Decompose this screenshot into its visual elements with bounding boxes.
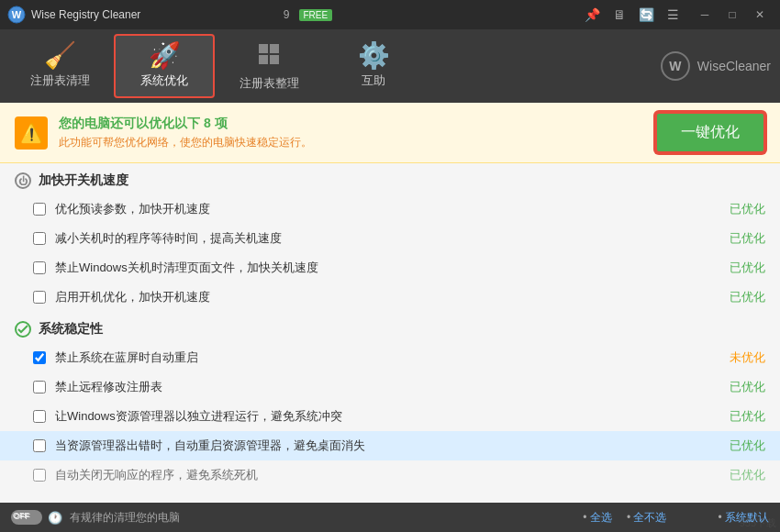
maximize-button[interactable]: □ [719,6,745,24]
logo-circle: W [661,51,690,81]
app-version: 9 [284,8,290,21]
nav-registry-defrag-label: 注册表整理 [240,75,299,92]
list-item: 禁止远程修改注册表 已优化 [0,372,780,402]
item-startup-4-status: 已优化 [730,289,765,305]
help-icon: ⚙️ [358,43,390,69]
app-badge: FREE [299,9,333,21]
schedule-text: 有规律的清理您的电脑 [70,510,180,526]
list-item: 减小关机时的程序等待时间，提高关机速度 已优化 [0,224,780,253]
wisecleaner-logo: W WiseCleaner [661,51,771,81]
titlebar-icons: 📌 🖥 🔄 ☰ [585,7,679,22]
item-stability-4-checkbox[interactable] [33,439,46,452]
window-controls: ─ □ ✕ [692,6,773,24]
watermark: 955下载 [736,515,780,532]
schedule-icon: 🕐 [48,511,62,525]
svg-text:W: W [12,9,22,20]
item-stability-3-checkbox[interactable] [33,410,46,423]
toggle-switch[interactable]: OFF [11,510,42,525]
info-title-prefix: 您的电脑还可以优化以下 [59,116,200,130]
info-title: 您的电脑还可以优化以下 8 项 [59,116,644,132]
svg-rect-2 [259,44,268,53]
main-content: ⚠️ 您的电脑还可以优化以下 8 项 此功能可帮您优化网络，使您的电脑快速稳定运… [0,103,780,503]
item-stability-5-status: 已优化 [730,467,765,483]
info-text: 您的电脑还可以优化以下 8 项 此功能可帮您优化网络，使您的电脑快速稳定运行。 [59,116,644,150]
warning-icon: ⚠️ [20,122,43,144]
info-subtitle: 此功能可帮您优化网络，使您的电脑快速稳定运行。 [59,135,644,150]
titlebar: W Wise Registry Cleaner 9 FREE 📌 🖥 🔄 ☰ ─… [0,0,780,29]
item-startup-1-checkbox[interactable] [33,203,46,216]
list-item: 自动关闭无响应的程序，避免系统死机 已优化 [0,460,780,490]
registry-defrag-icon [256,41,282,72]
bottom-bar: OFF 🕐 有规律的清理您的电脑 • 全选 • 全不选 • 系统默认 [0,503,780,532]
app-icon: W [7,6,26,24]
pin-icon[interactable]: 📌 [585,7,600,22]
item-stability-5-checkbox[interactable] [33,469,46,482]
nav-item-registry-defrag[interactable]: 注册表整理 [218,34,319,98]
section-startup-icon: ⏻ [15,172,31,189]
item-startup-4-text: 启用开机优化，加快开机速度 [55,289,715,305]
list-item: 禁止系统在蓝屏时自动重启 未优化 [0,343,780,372]
registry-clean-icon: 🧹 [44,43,76,69]
app-title: Wise Registry Cleaner [31,8,284,21]
list-item: 启用开机优化，加快开机速度 已优化 [0,283,780,312]
nav-item-help[interactable]: ⚙️ 互助 [323,34,424,98]
info-title-suffix: 项 [215,116,228,130]
info-icon-box: ⚠️ [15,116,48,150]
system-optimize-icon: 🚀 [149,43,181,69]
screen-icon[interactable]: 🖥 [613,7,626,22]
item-startup-2-text: 减小关机时的程序等待时间，提高关机速度 [55,230,715,247]
section-stability-title: 系统稳定性 [39,321,103,338]
item-startup-3-status: 已优化 [730,260,765,276]
item-stability-5-text: 自动关闭无响应的程序，避免系统死机 [55,467,715,483]
item-stability-1-text: 禁止系统在蓝屏时自动重启 [55,349,715,366]
list-item: 优化预读参数，加快开机速度 已优化 [0,194,780,224]
item-startup-4-checkbox[interactable] [33,291,46,304]
menu-icon[interactable]: ☰ [667,7,679,22]
item-startup-2-status: 已优化 [730,230,765,247]
toolbar: 🧹 注册表清理 🚀 系统优化 注册表整理 ⚙️ 互助 W WiseCleaner [0,29,780,103]
info-bar: ⚠️ 您的电脑还可以优化以下 8 项 此功能可帮您优化网络，使您的电脑快速稳定运… [0,103,780,163]
list-item: 禁止Windows关机时清理页面文件，加快关机速度 已优化 [0,253,780,283]
nav-help-label: 互助 [362,72,385,89]
logo-text: WiseCleaner [697,59,771,73]
svg-rect-3 [270,44,279,53]
item-stability-4-text: 当资源管理器出错时，自动重启资源管理器，避免桌面消失 [55,438,715,454]
section-stability-icon [15,321,31,338]
toggle-label: OFF [14,512,30,521]
item-stability-2-text: 禁止远程修改注册表 [55,379,715,395]
nav-item-registry-clean[interactable]: 🧹 注册表清理 [9,34,110,98]
item-stability-3-status: 已优化 [730,408,765,425]
item-startup-2-checkbox[interactable] [33,232,46,245]
close-button[interactable]: ✕ [747,6,773,24]
nav-system-optimize-label: 系统优化 [140,72,188,89]
nav-item-system-optimize[interactable]: 🚀 系统优化 [114,34,215,98]
item-stability-2-status: 已优化 [730,379,765,395]
section-stability-header: 系统稳定性 [0,312,780,343]
list-item: 当资源管理器出错时，自动重启资源管理器，避免桌面消失 已优化 [0,431,780,460]
item-stability-1-status: 未优化 [730,349,765,366]
one-click-optimize-button[interactable]: 一键优化 [655,112,765,153]
item-stability-1-checkbox[interactable] [33,351,46,364]
svg-rect-4 [259,55,268,64]
schedule-toggle: OFF [11,510,42,525]
item-startup-1-status: 已优化 [730,201,765,217]
optimize-count: 8 [204,116,211,130]
deselect-all-link[interactable]: 全不选 [633,511,666,524]
nav-registry-clean-label: 注册表清理 [30,72,90,89]
svg-rect-5 [270,55,279,64]
refresh-icon[interactable]: 🔄 [639,7,654,22]
item-startup-3-text: 禁止Windows关机时清理页面文件，加快关机速度 [55,260,715,276]
item-stability-4-status: 已优化 [730,438,765,454]
select-all-link[interactable]: 全选 [590,511,612,524]
section-startup-title: 加快开关机速度 [39,172,128,189]
item-stability-3-text: 让Windows资源管理器以独立进程运行，避免系统冲突 [55,408,715,425]
item-stability-2-checkbox[interactable] [33,381,46,393]
item-startup-3-checkbox[interactable] [33,261,46,274]
item-startup-1-text: 优化预读参数，加快开机速度 [55,201,715,217]
section-startup-header: ⏻ 加快开关机速度 [0,163,780,194]
list-item: 让Windows资源管理器以独立进程运行，避免系统冲突 已优化 [0,402,780,431]
minimize-button[interactable]: ─ [692,6,718,24]
